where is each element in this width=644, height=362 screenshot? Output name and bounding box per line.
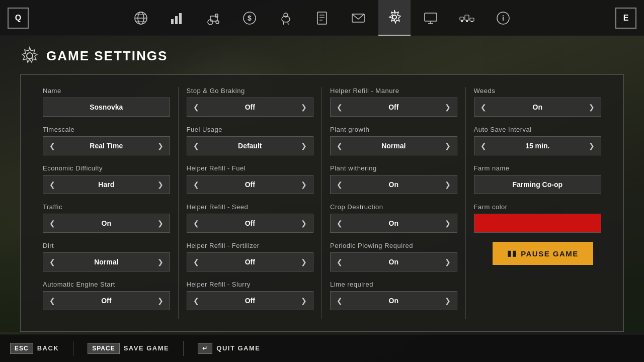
nav-icon-multiplayer[interactable] (451, 0, 483, 36)
setting-helper-refill-manure-control: ❮ Off ❯ (330, 98, 457, 117)
helper-refill-seed-value: Off (205, 219, 295, 227)
svg-rect-27 (460, 17, 464, 20)
setting-plant-withering-label: Plant withering (330, 164, 457, 172)
fuel-usage-prev-btn[interactable]: ❮ (187, 136, 205, 155)
crop-destruction-prev-btn[interactable]: ❮ (331, 214, 349, 233)
nav-icon-tractor[interactable] (197, 0, 229, 36)
save-action[interactable]: SPACE SAVE GAME (88, 343, 169, 354)
svg-point-15 (284, 13, 288, 17)
svg-rect-29 (470, 18, 474, 21)
setting-economic-difficulty: Economic Difficulty ❮ Hard ❯ (43, 164, 170, 194)
periodic-plowing-next-btn[interactable]: ❯ (439, 252, 457, 272)
lime-required-next-btn[interactable]: ❯ (439, 291, 457, 310)
economic-difficulty-next-btn[interactable]: ❯ (151, 175, 170, 194)
timescale-value: Real Time (61, 142, 151, 150)
settings-col-1: Name Sosnovka Timescale ❮ Real Time ❯ Ec… (35, 87, 179, 319)
traffic-next-btn[interactable]: ❯ (151, 214, 170, 233)
helper-refill-fuel-next-btn[interactable]: ❯ (295, 175, 313, 194)
auto-save-interval-next-btn[interactable]: ❯ (583, 136, 601, 155)
timescale-prev-btn[interactable]: ❮ (43, 136, 61, 155)
setting-farm-color: Farm color (474, 203, 602, 233)
svg-line-17 (288, 22, 288, 25)
e-key-button[interactable]: E (615, 8, 636, 29)
stop-go-braking-prev-btn[interactable]: ❮ (187, 98, 205, 117)
nav-icon-info[interactable]: i (487, 0, 519, 36)
helper-refill-slurry-prev-btn[interactable]: ❮ (187, 291, 205, 310)
quit-label: QUIT GAME (216, 344, 260, 352)
helper-refill-manure-value: Off (349, 103, 439, 111)
helper-refill-slurry-next-btn[interactable]: ❯ (295, 291, 313, 310)
setting-helper-refill-slurry: Helper Refill - Slurry ❮ Off ❯ (187, 281, 314, 310)
nav-icon-stats[interactable] (161, 0, 193, 36)
enter-key-badge: ↵ (198, 343, 212, 354)
plant-withering-prev-btn[interactable]: ❮ (331, 175, 349, 194)
setting-lime-required-control: ❮ On ❯ (330, 291, 457, 310)
nav-icon-log[interactable] (342, 0, 374, 36)
nav-icon-settings[interactable] (378, 0, 411, 36)
nav-icon-globe[interactable] (125, 0, 157, 36)
plant-growth-prev-btn[interactable]: ❮ (331, 136, 349, 155)
setting-farm-name-label: Farm name (474, 164, 602, 172)
nav-icon-contracts[interactable] (306, 0, 338, 36)
setting-weeds: Weeds ❮ On ❯ (474, 87, 602, 117)
helper-refill-manure-next-btn[interactable]: ❯ (439, 98, 457, 117)
svg-rect-7 (179, 13, 182, 24)
setting-auto-engine-label: Automatic Engine Start (43, 281, 170, 288)
setting-dirt-control: ❮ Normal ❯ (43, 252, 170, 272)
setting-lime-required: Lime required ❮ On ❯ (330, 281, 457, 310)
back-action[interactable]: ESC BACK (10, 343, 59, 354)
setting-crop-destruction-control: ❮ On ❯ (330, 214, 457, 233)
dirt-prev-btn[interactable]: ❮ (43, 252, 61, 272)
pause-game-button[interactable]: ▮▮ PAUSE GAME (493, 242, 593, 265)
q-key-button[interactable]: Q (8, 8, 29, 29)
setting-helper-refill-fertilizer-control: ❮ Off ❯ (187, 252, 314, 272)
traffic-prev-btn[interactable]: ❮ (43, 214, 61, 233)
stop-go-braking-next-btn[interactable]: ❯ (295, 98, 313, 117)
helper-refill-manure-prev-btn[interactable]: ❮ (331, 98, 349, 117)
plant-growth-value: Normal (349, 142, 439, 150)
lime-required-prev-btn[interactable]: ❮ (331, 291, 349, 310)
setting-plant-growth: Plant growth ❮ Normal ❯ (330, 126, 457, 155)
svg-rect-5 (171, 19, 174, 24)
svg-rect-11 (215, 14, 218, 17)
weeds-value: On (493, 103, 583, 111)
setting-periodic-plowing-label: Periodic Plowing Required (330, 242, 457, 249)
farm-color-swatch[interactable] (474, 214, 602, 233)
periodic-plowing-prev-btn[interactable]: ❮ (331, 252, 349, 272)
auto-save-interval-prev-btn[interactable]: ❮ (474, 136, 493, 155)
fuel-usage-next-btn[interactable]: ❯ (295, 136, 313, 155)
plant-withering-next-btn[interactable]: ❯ (439, 175, 457, 194)
bottom-bar: ESC BACK SPACE SAVE GAME ↵ QUIT GAME (0, 334, 644, 362)
setting-name-label: Name (43, 87, 170, 95)
main-content: GAME SETTINGS Name Sosnovka Timescale ❮ … (0, 36, 644, 342)
svg-rect-31 (461, 20, 463, 22)
quit-action[interactable]: ↵ QUIT GAME (198, 343, 260, 354)
helper-refill-fertilizer-value: Off (205, 258, 295, 266)
auto-engine-prev-btn[interactable]: ❮ (43, 291, 61, 310)
weeds-prev-btn[interactable]: ❮ (474, 98, 493, 117)
dirt-next-btn[interactable]: ❯ (151, 252, 170, 272)
settings-col-4: Weeds ❮ On ❯ Auto Save Interval ❮ 15 min… (466, 87, 610, 319)
nav-icon-animals[interactable] (270, 0, 302, 36)
setting-helper-refill-seed-control: ❮ Off ❯ (187, 214, 314, 233)
auto-engine-value: Off (61, 297, 151, 305)
crop-destruction-next-btn[interactable]: ❯ (439, 214, 457, 233)
helper-refill-fuel-value: Off (205, 180, 295, 189)
helper-refill-fertilizer-prev-btn[interactable]: ❮ (187, 252, 205, 272)
helper-refill-seed-prev-btn[interactable]: ❮ (187, 214, 205, 233)
svg-line-16 (283, 22, 284, 25)
helper-refill-fuel-prev-btn[interactable]: ❮ (187, 175, 205, 194)
nav-center: $ i (36, 0, 608, 36)
nav-icon-money[interactable]: $ (233, 0, 266, 36)
plant-growth-next-btn[interactable]: ❯ (439, 136, 457, 155)
setting-helper-refill-fuel-control: ❮ Off ❯ (187, 175, 314, 194)
nav-icon-monitor[interactable] (415, 0, 447, 36)
setting-helper-refill-seed-label: Helper Refill - Seed (187, 203, 314, 211)
timescale-next-btn[interactable]: ❯ (151, 136, 170, 155)
weeds-next-btn[interactable]: ❯ (583, 98, 601, 117)
helper-refill-fertilizer-next-btn[interactable]: ❯ (295, 252, 313, 272)
helper-refill-slurry-value: Off (205, 297, 295, 305)
helper-refill-seed-next-btn[interactable]: ❯ (295, 214, 313, 233)
economic-difficulty-prev-btn[interactable]: ❮ (43, 175, 61, 194)
auto-engine-next-btn[interactable]: ❯ (151, 291, 170, 310)
